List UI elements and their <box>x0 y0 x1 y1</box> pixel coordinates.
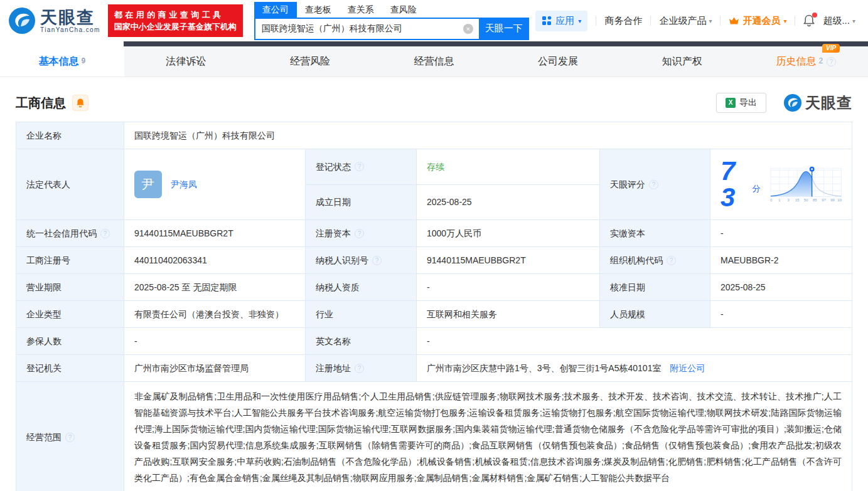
logo-domain: TianYanCha.com <box>40 26 100 33</box>
export-button[interactable]: X 导出 <box>716 93 766 113</box>
brand-slogan: 都在用的商业查询工具 国家中小企业发展子基金旗下机构 <box>108 4 243 37</box>
help-icon[interactable]: ? <box>667 256 676 265</box>
field-label: 经营范围 ? <box>16 382 124 491</box>
company-name-value: 国联跨境智运（广州）科技有限公司 <box>124 122 852 149</box>
divider <box>650 16 651 26</box>
tab-intellectual-property[interactable]: 知识产权 <box>620 46 744 77</box>
nav-user-menu[interactable]: 超级... ▾ <box>823 15 855 27</box>
vip-badge: VIP <box>822 44 840 53</box>
logo-icon <box>9 8 35 34</box>
table-row: 法定代表人 尹 尹海凤 登记状态 ? 存续 天眼评分 ? 73 分 <box>16 149 852 185</box>
monitor-bell-button[interactable] <box>72 95 88 111</box>
field-label: 统一社会信用代码 ? <box>16 220 124 247</box>
chevron-down-icon: ▾ <box>709 18 712 24</box>
industry-value: 互联网和相关服务 <box>417 301 600 328</box>
help-icon[interactable]: ? <box>827 57 836 66</box>
reg-number-value: 440110402063341 <box>124 247 306 274</box>
nearby-companies-link[interactable]: 附近公司 <box>670 363 705 373</box>
business-term-value: 2025-08-25 至 无固定期限 <box>124 274 306 301</box>
search-tab-company[interactable]: 查公司 <box>254 2 297 18</box>
taxpayer-quality-value: - <box>417 274 600 301</box>
avatar[interactable]: 尹 <box>134 171 162 198</box>
staff-size-value: - <box>710 301 852 328</box>
clear-icon[interactable]: × <box>463 24 473 34</box>
svg-text:97: 97 <box>822 198 826 202</box>
search-button[interactable]: 天眼一下 <box>479 18 529 40</box>
excel-icon: X <box>726 98 736 108</box>
tab-company-development[interactable]: 公司发展 <box>496 46 620 77</box>
svg-text:50: 50 <box>804 198 808 202</box>
section-header: 工商信息 X 导出 天眼查 <box>16 93 852 113</box>
reg-authority-value: 广州市南沙区市场监督管理局 <box>124 355 306 382</box>
help-icon[interactable]: ? <box>100 229 110 238</box>
company-tabs: 基本信息 9 法律诉讼 经营风险 经营信息 公司发展 知识产权 历史信息 VIP… <box>0 46 868 77</box>
svg-text:100: 100 <box>837 198 842 202</box>
help-icon[interactable]: ? <box>355 162 364 171</box>
nav-app-menu[interactable]: 应用 ▾ <box>535 11 587 31</box>
company-type-value: 有限责任公司（港澳台投资、非独资） <box>124 301 306 328</box>
field-label: 企业类型 <box>16 301 124 328</box>
legal-rep-cell: 尹 尹海凤 <box>124 149 306 220</box>
nav-cooperation[interactable]: 商务合作 <box>604 15 642 27</box>
divider <box>596 16 596 26</box>
score-distribution-chart: 013 155085 9799100 <box>768 160 842 209</box>
tab-basic-info[interactable]: 基本信息 9 <box>0 46 124 77</box>
reg-address-value: 广州市南沙区庆慧中路1号、3号、创智三街1号A5栋40101室 附近公司 <box>417 355 852 382</box>
watermark-logo: 天眼查 <box>784 93 852 113</box>
search-tabs: 查公司 查老板 查关系 查风险 <box>254 2 529 18</box>
logo-icon <box>784 94 801 112</box>
search-tab-boss[interactable]: 查老板 <box>297 2 340 18</box>
section-title: 工商信息 <box>16 95 66 112</box>
divider <box>795 16 795 26</box>
notification-bell[interactable] <box>803 14 815 27</box>
table-row: 经营范围 ? 非金属矿及制品销售;卫生用品和一次性使用医疗用品销售;个人卫生用品… <box>16 382 852 491</box>
svg-text:1: 1 <box>778 198 780 202</box>
tab-operation-info[interactable]: 经营信息 <box>372 46 496 77</box>
org-code-value: MAEUBBGR-2 <box>710 247 852 274</box>
score-cell: 73 分 <box>710 149 852 220</box>
table-row: 登记机关 广州市南沙区市场监督管理局 注册地址 ? 广州市南沙区庆慧中路1号、3… <box>16 355 852 382</box>
field-label: 纳税人识别号 ? <box>306 247 417 274</box>
tab-operation-risk[interactable]: 经营风险 <box>248 46 372 77</box>
table-row: 企业类型 有限责任公司（港澳台投资、非独资） 行业 互联网和相关服务 人员规模 … <box>16 301 852 328</box>
tab-history-info[interactable]: 历史信息 VIP 2 ? <box>744 46 868 77</box>
logo-title: 天眼查 <box>40 9 100 26</box>
table-row: 参保人数 - 英文名称 - <box>16 328 852 355</box>
field-label: 参保人数 <box>16 328 124 355</box>
field-label: 行业 <box>306 301 417 328</box>
score-value: 73 <box>721 158 744 211</box>
field-label: 注册资本 ? <box>306 220 417 247</box>
tianyancha-logo[interactable]: 天眼查 TianYanCha.com <box>9 8 100 34</box>
field-label: 工商注册号 <box>16 247 124 274</box>
tab-count: 9 <box>81 56 85 65</box>
help-icon[interactable]: ? <box>65 433 75 442</box>
help-icon[interactable]: ? <box>355 364 364 373</box>
nav-enterprise-product[interactable]: 企业级产品 ▾ <box>659 15 712 27</box>
business-info-table: 企业名称 国联跨境智运（广州）科技有限公司 法定代表人 尹 尹海凤 登记状态 ?… <box>16 122 852 491</box>
english-name-value: - <box>417 328 852 355</box>
field-label: 企业名称 <box>16 122 124 149</box>
search-tab-risk[interactable]: 查风险 <box>382 2 425 18</box>
table-row: 统一社会信用代码 ? 91440115MAEUBBGR2T 注册资本 ? 100… <box>16 220 852 247</box>
help-icon[interactable]: ? <box>355 229 364 238</box>
search-input[interactable] <box>254 18 479 40</box>
field-label: 登记状态 ? <box>306 149 417 185</box>
field-label: 登记机关 <box>16 355 124 382</box>
nav-open-vip[interactable]: 开通会员 ▾ <box>729 15 786 27</box>
svg-text:3: 3 <box>787 198 789 202</box>
chevron-down-icon: ▾ <box>578 18 581 24</box>
help-icon[interactable]: ? <box>649 180 658 189</box>
field-label: 核准日期 <box>600 274 710 301</box>
help-icon[interactable]: ? <box>372 256 382 265</box>
legal-rep-link[interactable]: 尹海凤 <box>171 177 197 191</box>
score-unit: 分 <box>753 182 761 196</box>
divider <box>720 16 721 26</box>
tab-legal-litigation[interactable]: 法律诉讼 <box>124 46 249 77</box>
field-label: 英文名称 <box>306 328 417 355</box>
field-label: 组织机构代码 ? <box>600 247 710 274</box>
status-badge: 存续 <box>417 149 600 185</box>
taxpayer-id-value: 91440115MAEUBBGR2T <box>417 247 600 274</box>
field-label: 注册地址 ? <box>306 355 417 382</box>
notification-dot <box>812 13 817 18</box>
search-tab-relation[interactable]: 查关系 <box>340 2 382 18</box>
